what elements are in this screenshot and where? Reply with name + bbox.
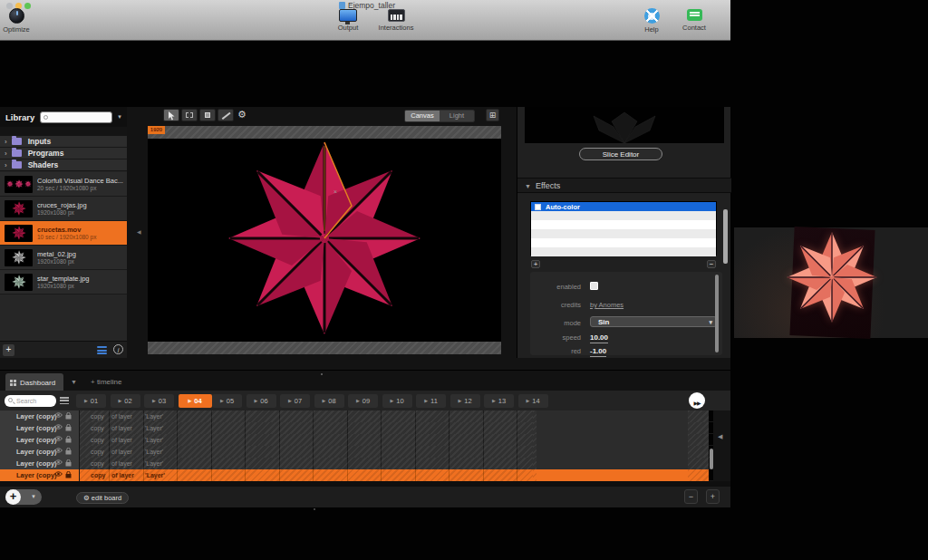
layer-row[interactable]: Layer (copy) copyof layer'Layer' (0, 458, 730, 469)
clip-cell-label[interactable]: copy (91, 460, 104, 467)
canvas-star-image[interactable] (224, 138, 425, 339)
library-item[interactable]: star_template.jpg 1920x1080 px (0, 270, 127, 294)
eye-icon[interactable] (54, 412, 63, 418)
clip-cell-label[interactable]: copy (91, 472, 105, 478)
column-button-08[interactable]: ▶08 (314, 394, 344, 408)
eye-icon[interactable] (54, 424, 63, 430)
clip-cell-label[interactable]: 'Layer' (145, 437, 163, 443)
clip-cell-label[interactable]: 'Layer' (145, 460, 163, 467)
clip-cell-label[interactable]: of layer (111, 449, 132, 455)
slice-editor-button[interactable]: Slice Editor (579, 148, 662, 160)
output-preview-thumbnail[interactable] (525, 107, 724, 143)
column-button-06[interactable]: ▶06 (246, 394, 276, 408)
view-canvas-button[interactable]: Canvas (405, 111, 440, 121)
eye-icon[interactable] (54, 448, 63, 453)
contact-button[interactable]: Contact (678, 8, 710, 32)
clip-cell-label[interactable]: 'Layer' (145, 449, 163, 455)
add-timeline-button[interactable]: + timeline (91, 378, 121, 386)
tab-options-chevron-icon[interactable]: ▼ (71, 379, 77, 385)
disclosure-chevron-icon[interactable]: › (5, 150, 7, 158)
help-button[interactable]: Help (637, 8, 666, 34)
add-layer-pill[interactable]: + ▼ (5, 489, 42, 505)
zoom-in-button[interactable]: + (706, 489, 720, 504)
column-button-09[interactable]: ▶09 (348, 394, 378, 408)
effects-section-header[interactable]: ▼Effects (517, 178, 731, 193)
column-button-04[interactable]: ▶04 (179, 394, 212, 408)
chevron-down-icon[interactable]: ▾ (118, 113, 121, 121)
effect-row[interactable]: Auto-color (531, 202, 716, 211)
library-item[interactable]: metal_02.jpg 1920x1080 px (0, 246, 127, 270)
lock-icon[interactable] (65, 448, 72, 455)
library-add-button[interactable]: + (3, 344, 14, 356)
credits-link[interactable]: by Anomes (590, 301, 624, 309)
layer-row[interactable]: Layer (copy) copyof layer'Layer' (0, 446, 730, 458)
library-search-input[interactable] (40, 111, 112, 123)
add-icon[interactable]: + (5, 489, 21, 505)
info-icon[interactable]: i (113, 344, 123, 354)
canvas-settings-gear-icon[interactable]: ⚙ (237, 109, 246, 121)
add-effect-button[interactable]: + (531, 260, 540, 268)
output-button[interactable]: Output (332, 9, 364, 32)
window-resize-dot[interactable] (314, 508, 315, 510)
remove-effect-button[interactable]: − (707, 260, 716, 268)
column-button-02[interactable]: ▶02 (111, 394, 140, 408)
list-view-icon[interactable] (97, 346, 107, 356)
rows-scrollbar[interactable] (710, 449, 713, 469)
library-folder-shaders[interactable]: › Shaders (0, 159, 127, 171)
clip-cell-label[interactable]: 'Layer' (145, 425, 163, 431)
tab-dashboard[interactable]: Dashboard (5, 373, 63, 391)
column-button-14[interactable]: ▶14 (518, 394, 548, 408)
zoom-out-button[interactable]: − (684, 489, 698, 504)
clip-cell-label[interactable]: of layer (111, 460, 132, 467)
interactions-button[interactable]: Interactions (374, 9, 418, 32)
select-tool-button[interactable] (163, 109, 179, 121)
speed-value-field[interactable]: 10.00 (590, 333, 608, 343)
lock-icon[interactable] (65, 471, 72, 478)
column-button-10[interactable]: ▶10 (382, 394, 412, 408)
edit-board-button[interactable]: ⚙ edit board (76, 492, 129, 504)
layer-row[interactable]: Layer (copy) copyof layer'Layer' (0, 410, 730, 422)
clip-cell-label[interactable]: of layer (111, 472, 134, 478)
library-item[interactable]: crucetas.mov 10 sec / 1920x1080 px (0, 221, 127, 246)
quad-tool-button[interactable] (199, 109, 216, 121)
clip-cell-label[interactable]: of layer (111, 413, 132, 420)
disclosure-chevron-icon[interactable]: › (5, 161, 7, 169)
clip-cell-label[interactable]: copy (91, 449, 104, 455)
clip-cell-label[interactable]: of layer (111, 437, 132, 443)
mode-select[interactable]: Sin▾ (590, 316, 717, 327)
optimize-button[interactable]: Optimize (3, 8, 30, 34)
clip-cell-label[interactable]: 'Layer' (145, 413, 163, 420)
column-button-13[interactable]: ▶13 (484, 394, 514, 408)
dashboard-menu-icon[interactable] (60, 397, 69, 406)
lock-icon[interactable] (65, 459, 72, 467)
eye-icon[interactable] (54, 436, 63, 441)
layer-row[interactable]: Layer (copy) copyof layer'Layer' (0, 434, 730, 446)
library-item[interactable]: Colorfull Visual Dance Bac... 20 sec / 1… (0, 172, 127, 197)
view-light-button[interactable]: Light (440, 111, 474, 121)
column-button-03[interactable]: ▶03 (144, 394, 174, 408)
eye-icon[interactable] (54, 459, 63, 465)
column-button-01[interactable]: ▶01 (76, 394, 106, 408)
parameters-scrollbar[interactable] (715, 275, 719, 352)
effect-checkbox[interactable] (535, 204, 541, 210)
collapse-library-arrow-icon[interactable]: ◀ (137, 228, 141, 235)
lock-icon[interactable] (65, 424, 72, 431)
clip-cell-label[interactable]: 'Layer' (145, 472, 165, 478)
panel-divider-handle[interactable] (321, 373, 323, 375)
column-button-11[interactable]: ▶11 (416, 394, 446, 408)
clip-cell-label[interactable]: copy (91, 413, 104, 420)
library-folder-programs[interactable]: › Programs (0, 148, 127, 159)
clip-cell-label[interactable]: of layer (111, 425, 132, 431)
grid-view-icon[interactable]: ⊞ (486, 109, 499, 121)
red-value-field[interactable]: -1.00 (590, 347, 606, 357)
lock-icon[interactable] (65, 436, 72, 443)
clip-cell-label[interactable]: copy (91, 425, 104, 431)
inspector-scrollbar[interactable] (723, 209, 728, 264)
layer-row[interactable]: Layer (copy) copyof layer'Layer' (0, 469, 730, 481)
library-item[interactable]: cruces_rojas.jpg 1920x1080 px (0, 197, 127, 221)
disclosure-chevron-icon[interactable]: › (5, 138, 7, 146)
lock-icon[interactable] (65, 412, 72, 420)
library-folder-inputs[interactable]: › Inputs (0, 136, 127, 148)
layer-row[interactable]: Layer (copy) copyof layer'Layer' (0, 422, 730, 434)
column-button-05[interactable]: ▶05 (212, 394, 242, 408)
